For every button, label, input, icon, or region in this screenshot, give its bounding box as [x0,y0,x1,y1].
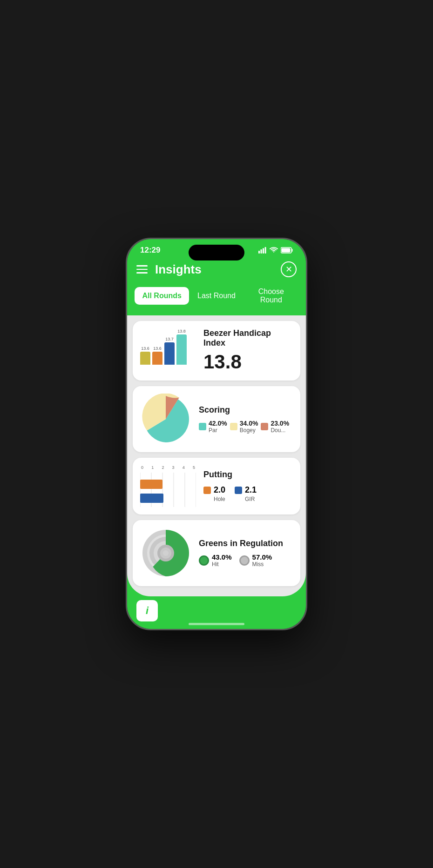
tab-all-rounds[interactable]: All Rounds [135,287,189,305]
gir-stat: 2.1 GIR [235,485,257,502]
axis-1: 1 [151,465,154,470]
gir-legend: 43.0% Hit 57.0% Miss [199,553,293,568]
bar-fill [164,342,175,365]
svg-rect-0 [258,251,260,254]
handicap-bar-chart: 13.613.613.713.8 [140,330,196,372]
putting-values: 2.0 Hole 2.1 GIR [203,485,293,502]
svg-rect-2 [263,248,264,254]
bar-fill [140,352,150,365]
axis-3: 3 [172,465,175,470]
miss-dot [239,555,250,566]
putting-title: Putting [203,470,293,480]
hole-stat: 2.0 Hole [203,485,225,502]
scoring-pie-chart [140,394,191,445]
hole-color [203,487,211,494]
svg-point-22 [163,550,169,556]
par-label: Par [209,427,227,434]
handicap-title: Beezer Handicap Index [203,328,293,348]
axis-5: 5 [193,465,195,470]
hole-value: 2.0 [214,485,225,495]
svg-rect-13 [140,480,162,489]
scoring-card: Scoring 42.0% Par 34.0% [133,386,300,452]
hit-pct: 43.0% [212,553,232,561]
handicap-info: Beezer Handicap Index 13.8 [203,328,293,373]
content-area: 13.613.613.713.8 Beezer Handicap Index 1… [127,315,306,596]
wifi-icon [270,247,278,254]
scoring-info: Scoring 42.0% Par 34.0% [199,405,293,434]
bar-fill [176,334,187,365]
svg-rect-6 [292,249,293,252]
putting-chart: 0 1 2 3 4 5 [140,465,196,507]
scoring-title: Scoring [199,405,293,415]
gir-value: 2.1 [245,485,257,495]
pie-svg [140,394,191,445]
tab-choose-round[interactable]: Choose Round [244,283,298,309]
close-button[interactable]: ✕ [281,261,297,277]
page-title: Insights [155,262,202,277]
bar-group: 13.6 [140,346,150,365]
battery-icon [281,247,293,254]
bar-label: 13.6 [153,346,162,351]
handicap-value: 13.8 [203,351,293,373]
svg-rect-14 [140,494,163,503]
scoring-legend: 42.0% Par 34.0% Bogey [199,420,293,434]
gir-hit: 43.0% Hit [199,553,232,568]
header: Insights ✕ [127,258,306,283]
double-color [261,423,268,430]
signal-icon [258,247,267,254]
legend-double: 23.0% Dou... [261,420,289,434]
info-button[interactable]: i [136,600,158,621]
double-pct: 23.0% [271,420,289,427]
tab-last-round[interactable]: Last Round [189,287,244,305]
gir-color [235,487,242,494]
putting-chart-svg [140,473,196,507]
bar-label: 13.7 [165,337,174,341]
gir-title: Greens in Regulation [199,539,293,548]
svg-rect-3 [265,247,266,254]
legend-bogey: 34.0% Bogey [230,420,258,434]
menu-button[interactable] [136,265,148,274]
status-icons [258,247,293,254]
putting-info: Putting 2.0 Hole 2.1 [203,470,293,502]
svg-rect-5 [282,248,291,253]
axis-4: 4 [183,465,185,470]
miss-pct: 57.0% [252,553,272,561]
tab-bar: All Rounds Last Round Choose Round [127,283,306,315]
bar-group: 13.8 [176,329,187,365]
gir-chart [140,527,191,579]
bar-fill [152,352,162,365]
bar-label: 13.6 [141,346,149,351]
gir-miss: 57.0% Miss [239,553,272,568]
bar-group: 13.6 [152,346,162,365]
svg-rect-1 [261,249,262,254]
handicap-card: 13.613.613.713.8 Beezer Handicap Index 1… [133,321,300,381]
hit-dot [199,555,209,566]
gir-card: Greens in Regulation 43.0% Hit [133,520,300,586]
bar-label: 13.8 [177,329,186,334]
bogey-pct: 34.0% [240,420,258,427]
gir-svg [140,527,191,579]
par-pct: 42.0% [209,420,227,427]
gir-label: GIR [235,496,257,502]
axis-2: 2 [162,465,164,470]
header-left: Insights [136,262,202,277]
bogey-color [230,423,237,430]
dynamic-island [189,245,244,260]
phone-frame: 12:29 [126,238,307,630]
axis-0: 0 [141,465,143,470]
hole-label: Hole [203,496,225,502]
bar-group: 13.7 [164,337,175,365]
bogey-label: Bogey [240,427,258,434]
gir-info: Greens in Regulation 43.0% Hit [199,539,293,568]
home-indicator [189,623,244,625]
double-label: Dou... [271,427,289,434]
phone-screen: 12:29 [127,239,306,629]
status-time: 12:29 [140,246,160,255]
miss-label: Miss [252,561,272,568]
par-color [199,423,206,430]
info-icon: i [146,605,149,617]
close-icon: ✕ [285,264,292,274]
legend-par: 42.0% Par [199,420,227,434]
putting-card: 0 1 2 3 4 5 [133,458,300,514]
hit-label: Hit [212,561,232,568]
